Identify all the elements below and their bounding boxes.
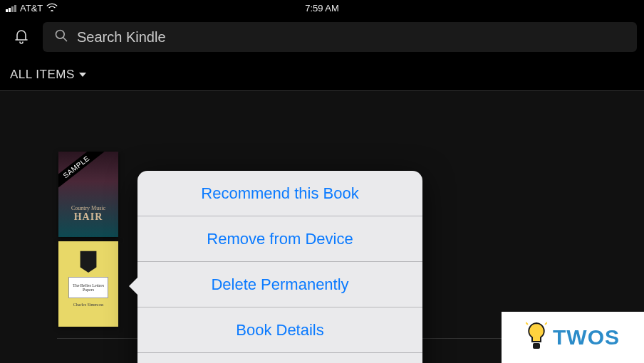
book-title-line2: HAIR xyxy=(58,211,118,223)
wifi-icon xyxy=(46,3,58,14)
menu-book-details[interactable]: Book Details xyxy=(137,307,422,353)
status-time: 7:59 AM xyxy=(305,3,339,14)
watermark: TWOS xyxy=(502,312,644,363)
carrier-label: AT&T xyxy=(20,3,43,14)
search-input[interactable]: Search Kindle xyxy=(43,22,637,52)
svg-line-1 xyxy=(63,37,67,41)
search-icon xyxy=(54,28,68,46)
watermark-text: TWOS xyxy=(553,325,620,349)
menu-remove-from-device[interactable]: Remove from Device xyxy=(137,216,422,262)
book-column: SAMPLE Country Music HAIR The Belles Let… xyxy=(58,152,118,327)
status-left: AT&T xyxy=(6,3,58,14)
menu-delete-permanently[interactable]: Delete Permanently xyxy=(137,262,422,307)
search-placeholder: Search Kindle xyxy=(77,29,166,46)
book-context-menu: Recommend this Book Remove from Device D… xyxy=(137,171,422,363)
signal-bars-icon xyxy=(6,4,16,12)
notifications-icon[interactable] xyxy=(13,27,30,47)
lightbulb-icon xyxy=(526,320,547,354)
book-cover[interactable]: The Belles Lettres Papers Charles Simmon… xyxy=(58,241,118,327)
filter-dropdown[interactable]: ALL ITEMS xyxy=(10,68,86,82)
book-author: Charles Simmons xyxy=(73,302,104,307)
chevron-down-icon xyxy=(79,73,86,77)
top-bar: Search Kindle xyxy=(0,16,644,58)
book-title: The Belles Lettres Papers xyxy=(68,277,108,298)
svg-rect-2 xyxy=(533,343,540,349)
status-bar: AT&T 7:59 AM xyxy=(0,0,644,16)
book-cover-art-icon xyxy=(75,247,102,274)
menu-recommend-book[interactable]: Recommend this Book xyxy=(137,171,422,216)
book-title: Country Music HAIR xyxy=(58,205,118,223)
filter-label-text: ALL ITEMS xyxy=(10,68,75,82)
sample-badge: SAMPLE xyxy=(58,152,105,191)
filter-bar: ALL ITEMS xyxy=(0,58,644,91)
book-title-line1: Country Music xyxy=(58,205,118,211)
svg-line-4 xyxy=(526,322,528,325)
book-cover[interactable]: SAMPLE Country Music HAIR xyxy=(58,152,118,237)
svg-line-5 xyxy=(545,322,547,325)
menu-add-to-collection[interactable]: Add to Collection xyxy=(137,353,422,363)
